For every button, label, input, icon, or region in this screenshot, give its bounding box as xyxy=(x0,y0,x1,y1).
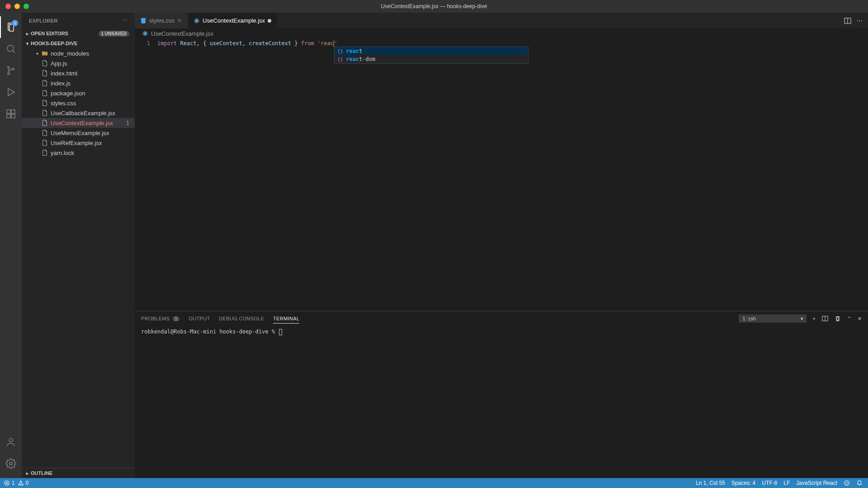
status-errors[interactable]: 1 xyxy=(4,480,15,486)
panel-tab-problems[interactable]: PROBLEMS1 xyxy=(141,314,179,323)
activity-bar: 1 xyxy=(0,13,22,478)
tree-item-yarn-lock[interactable]: yarn.lock xyxy=(22,148,135,158)
react-file-icon xyxy=(193,18,200,24)
status-bar: 1 0 Ln 1, Col 55 Spaces: 4 UTF-8 LF Java… xyxy=(0,478,868,488)
maximize-panel-icon[interactable]: ⌃ xyxy=(847,316,851,322)
suggest-item[interactable]: {}react xyxy=(335,47,528,55)
status-indentation[interactable]: Spaces: 4 xyxy=(731,480,755,486)
svg-point-4 xyxy=(12,68,14,70)
svg-marker-5 xyxy=(8,89,14,96)
status-feedback-icon[interactable] xyxy=(844,480,850,486)
tree-item-index-js[interactable]: index.js xyxy=(22,78,135,88)
open-editors-header[interactable]: ▸ OPEN EDITORS 1 UNSAVED xyxy=(22,28,135,38)
status-warnings[interactable]: 0 xyxy=(18,480,29,486)
bottom-panel: PROBLEMS1 OUTPUT DEBUG CONSOLE TERMINAL … xyxy=(135,311,868,478)
svg-point-11 xyxy=(9,462,12,465)
smiley-icon xyxy=(844,480,850,486)
module-icon: {} xyxy=(337,56,343,62)
file-icon xyxy=(41,60,49,66)
trash-icon[interactable] xyxy=(835,315,841,322)
tree-item-usecontextexample-jsx[interactable]: UseContextExample.jsx1 xyxy=(22,118,135,128)
tree-item-label: node_modules xyxy=(51,50,89,57)
file-icon xyxy=(41,110,49,116)
new-terminal-icon[interactable]: + xyxy=(813,316,816,321)
search-icon xyxy=(5,43,16,54)
line-number: 1 xyxy=(135,39,150,47)
tab-usecontextexample-jsx[interactable]: UseContextExample.jsx xyxy=(188,13,277,28)
status-language[interactable]: JavaScript React xyxy=(796,480,837,486)
panel-tab-terminal[interactable]: TERMINAL xyxy=(273,314,299,324)
outline-label: OUTLINE xyxy=(31,470,52,476)
svg-rect-8 xyxy=(7,114,10,118)
chevron-right-icon: ▸ xyxy=(24,471,31,476)
project-header[interactable]: ▾ HOOKS-DEEP-DIVE xyxy=(22,38,135,48)
tree-item-index-html[interactable]: index.html xyxy=(22,68,135,78)
extensions-icon xyxy=(5,108,16,119)
sidebar-title: EXPLORER ⋯ xyxy=(22,13,135,28)
editor-pane: styles.css✕UseContextExample.jsx ⋯ UseCo… xyxy=(135,13,868,478)
svg-rect-9 xyxy=(11,114,15,118)
status-cursor-position[interactable]: Ln 1, Col 55 xyxy=(696,480,725,486)
css-file-icon xyxy=(140,18,146,24)
tab-actions: ⋯ xyxy=(844,13,868,28)
close-panel-icon[interactable]: ✕ xyxy=(858,316,862,322)
breadcrumb[interactable]: UseContextExample.jsx xyxy=(135,28,868,38)
open-editors-label: OPEN EDITORS xyxy=(31,31,68,36)
activity-settings[interactable] xyxy=(0,453,22,474)
activity-debug[interactable] xyxy=(0,81,22,103)
tree-item-package-json[interactable]: package.json xyxy=(22,88,135,98)
gutter: 1 xyxy=(135,38,157,311)
code-content[interactable]: import React, { useContext, createContex… xyxy=(157,38,868,311)
autocomplete-widget[interactable]: {}react{}react-dom xyxy=(334,47,528,64)
gear-icon xyxy=(5,458,16,469)
tree-item-label: yarn.lock xyxy=(51,150,74,156)
close-window-button[interactable] xyxy=(5,4,11,9)
error-badge: 1 xyxy=(126,120,129,126)
terminal-select[interactable]: 1: zsh xyxy=(739,314,807,323)
maximize-window-button[interactable] xyxy=(24,4,29,9)
suggest-item[interactable]: {}react-dom xyxy=(335,55,528,63)
activity-search[interactable] xyxy=(0,38,22,60)
activity-accounts[interactable] xyxy=(0,431,22,453)
activity-source-control[interactable] xyxy=(0,60,22,81)
minimize-window-button[interactable] xyxy=(14,4,20,9)
file-icon xyxy=(41,90,49,96)
tree-item-label: App.js xyxy=(51,60,67,67)
tree-item-usememoexample-jsx[interactable]: UseMemoExample.jsx xyxy=(22,128,135,138)
explorer-label: EXPLORER xyxy=(29,18,58,23)
svg-point-10 xyxy=(9,438,13,442)
status-encoding[interactable]: UTF-8 xyxy=(762,480,777,486)
tree-item-label: index.html xyxy=(51,70,77,77)
svg-point-3 xyxy=(8,73,9,75)
file-icon xyxy=(41,140,49,146)
activity-explorer[interactable]: 1 xyxy=(0,16,22,38)
panel-tab-debug-console[interactable]: DEBUG CONSOLE xyxy=(219,314,264,323)
file-icon xyxy=(41,70,49,76)
split-editor-icon[interactable] xyxy=(844,17,851,24)
warning-icon xyxy=(18,480,24,486)
code-editor[interactable]: 1 import React, { useContext, createCont… xyxy=(135,38,868,311)
status-notifications-icon[interactable] xyxy=(856,480,863,486)
sidebar-more-icon[interactable]: ⋯ xyxy=(123,18,128,23)
tree-item-styles-css[interactable]: styles.css xyxy=(22,98,135,108)
file-icon xyxy=(41,120,49,126)
modified-indicator xyxy=(268,19,271,23)
tab-styles-css[interactable]: styles.css✕ xyxy=(135,13,188,28)
activity-extensions[interactable] xyxy=(0,103,22,125)
error-icon xyxy=(4,480,10,486)
more-actions-icon[interactable]: ⋯ xyxy=(857,17,863,24)
outline-header[interactable]: ▸ OUTLINE xyxy=(22,468,135,478)
tree-item-usecallbackexample-jsx[interactable]: UseCallbackExample.jsx xyxy=(22,108,135,118)
tree-item-app-js[interactable]: App.js xyxy=(22,58,135,68)
tree-item-userefexample-jsx[interactable]: UseRefExample.jsx xyxy=(22,138,135,148)
status-eol[interactable]: LF xyxy=(783,480,790,486)
close-tab-icon[interactable]: ✕ xyxy=(177,17,182,24)
terminal-prompt: robkendal@Robs-Mac-mini hooks-deep-dive … xyxy=(141,328,278,335)
breadcrumb-file: UseContextExample.jsx xyxy=(151,30,213,37)
tab-bar: styles.css✕UseContextExample.jsx ⋯ xyxy=(135,13,868,28)
tree-item-node_modules[interactable]: ▸node_modules xyxy=(22,48,135,58)
svg-line-1 xyxy=(13,51,15,53)
panel-tab-output[interactable]: OUTPUT xyxy=(189,314,210,323)
split-terminal-icon[interactable] xyxy=(822,315,828,322)
terminal[interactable]: robkendal@Robs-Mac-mini hooks-deep-dive … xyxy=(135,326,868,478)
